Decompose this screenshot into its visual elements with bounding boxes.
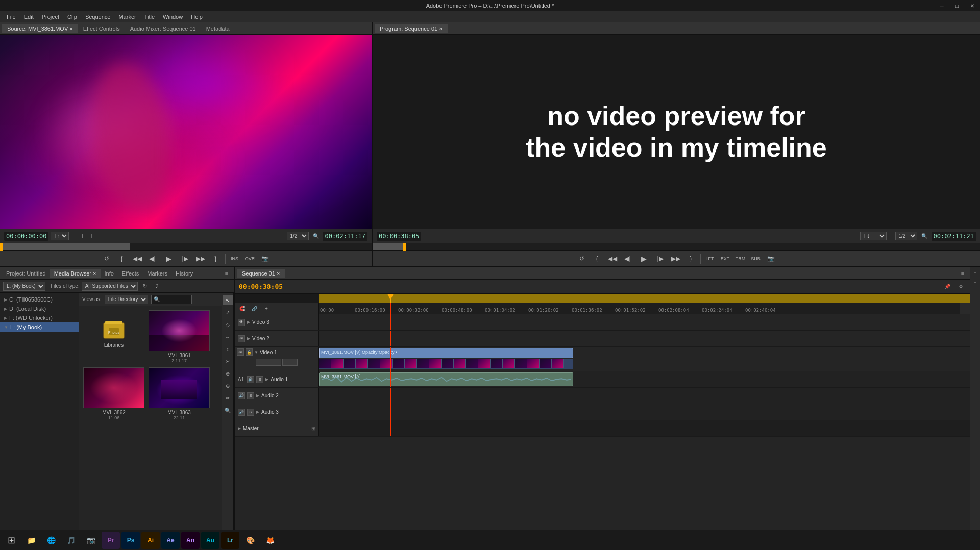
source-zoom[interactable]: 🔍 xyxy=(311,232,321,241)
source-btn-insert[interactable]: INS xyxy=(229,253,241,265)
tl-snap[interactable]: 🧲 xyxy=(237,304,247,313)
track-mute-a1[interactable]: 🔊 xyxy=(247,376,254,383)
track-expand-v3[interactable]: ▶ xyxy=(247,320,250,324)
tl-right-btn-2[interactable]: − xyxy=(971,278,979,286)
taskbar-lr[interactable]: Lr xyxy=(221,532,239,549)
track-content-audio2[interactable] xyxy=(319,388,970,404)
track-content-audio1[interactable]: MVI_3861.MOV [A] xyxy=(319,371,970,387)
file-item-3862[interactable]: MVI_3862 11:06 xyxy=(83,367,144,420)
menu-edit[interactable]: Edit xyxy=(20,13,38,21)
tab-sequence01[interactable]: Sequence 01 × xyxy=(237,269,285,278)
menu-sequence[interactable]: Sequence xyxy=(81,13,115,21)
tool-ripple[interactable]: ◇ xyxy=(223,319,233,330)
source-playhead[interactable] xyxy=(0,243,3,251)
tree-item-d[interactable]: ▶ D: (Local Disk) xyxy=(0,304,79,313)
tab-info[interactable]: Info xyxy=(101,269,118,278)
timeline-ruler[interactable]: 00:00 00:00:16:00 00:00:32:00 00:00:48:0… xyxy=(319,303,960,314)
audio-clip-3861[interactable]: MVI_3861.MOV [A] xyxy=(319,372,573,386)
prog-btn-lift[interactable]: LFT xyxy=(704,253,716,265)
refresh-btn[interactable]: ↻ xyxy=(140,282,150,291)
prog-btn-step-fwd[interactable]: |▶ xyxy=(654,253,667,265)
taskbar-photos[interactable]: 📷 xyxy=(82,532,100,549)
track-content-master[interactable] xyxy=(319,420,970,436)
mb-btn2[interactable]: ⤴ xyxy=(152,282,162,291)
prog-btn-loop[interactable]: ↺ xyxy=(576,253,588,265)
track-expand-v1[interactable]: ▼ xyxy=(254,350,258,355)
tool-rolling[interactable]: ↔ xyxy=(223,332,233,342)
tl-right-btn-1[interactable]: + xyxy=(971,268,979,277)
track-expand-a2[interactable]: ▶ xyxy=(256,393,259,398)
source-btn-overwrite[interactable]: OVR xyxy=(244,253,256,265)
timeline-panel-menu[interactable]: ≡ xyxy=(958,268,968,279)
track-content-video1[interactable]: MVI_3861.MOV [V] Opacity:Opacity • xyxy=(319,347,970,371)
taskbar-firefox[interactable]: 🦊 xyxy=(261,532,279,549)
file-item-libraries[interactable]: Photos Libraries xyxy=(83,310,144,363)
program-resolution[interactable]: 1/2 Full xyxy=(895,232,917,240)
tab-program[interactable]: Program: Sequence 01 × xyxy=(375,24,448,33)
taskbar-ai[interactable]: Ai xyxy=(141,532,160,549)
taskbar-paint[interactable]: 🎨 xyxy=(241,532,259,549)
minimize-button[interactable]: ─ xyxy=(934,0,949,11)
track-content-audio3[interactable] xyxy=(319,404,970,420)
source-btn-next[interactable]: ▶▶ xyxy=(194,253,207,265)
taskbar-ie[interactable]: 🌐 xyxy=(42,532,60,549)
close-button[interactable]: ✕ xyxy=(965,0,980,11)
taskbar-ps[interactable]: Ps xyxy=(121,532,140,549)
prog-btn-sub[interactable]: SUB xyxy=(750,253,762,265)
track-content-video3[interactable] xyxy=(319,314,970,330)
prog-btn-extract[interactable]: EXT xyxy=(719,253,731,265)
tool-rate-stretch[interactable]: ↕ xyxy=(223,344,233,354)
source-btn-out[interactable]: } xyxy=(210,253,222,265)
track-sub-btn-v1[interactable] xyxy=(256,359,281,366)
timeline-timecode[interactable]: 00:00:38:05 xyxy=(239,283,283,290)
track-solo-a1[interactable]: S xyxy=(256,376,263,383)
tool-zoom-tl[interactable]: 🔍 xyxy=(223,405,233,415)
source-btn-loop[interactable]: ↺ xyxy=(101,253,113,265)
tool-razor[interactable]: ✂ xyxy=(223,356,233,366)
tab-project[interactable]: Project: Untitled xyxy=(2,269,50,278)
track-expand-master[interactable]: ▶ xyxy=(238,426,241,431)
left-panel-menu[interactable]: ≡ xyxy=(222,268,232,279)
prog-btn-prev[interactable]: ◀◀ xyxy=(606,253,619,265)
tab-history[interactable]: History xyxy=(172,269,197,278)
view-select[interactable]: File Directory List xyxy=(105,295,148,304)
taskbar-media-player[interactable]: 🎵 xyxy=(62,532,80,549)
menu-project[interactable]: Project xyxy=(38,13,63,21)
tab-effect-controls[interactable]: Effect Controls xyxy=(78,24,125,33)
program-timecode-bar[interactable] xyxy=(373,243,980,250)
source-timecode-bar[interactable] xyxy=(0,243,372,250)
tab-markers[interactable]: Markers xyxy=(143,269,172,278)
program-timecode[interactable]: 00:00:38:05 xyxy=(377,232,421,241)
source-btn-step-back[interactable]: ◀| xyxy=(146,253,159,265)
tree-item-f[interactable]: ▶ F: (WD Unlocker) xyxy=(0,313,79,322)
source-out-point[interactable]: ⊢ xyxy=(88,232,98,241)
tree-item-l[interactable]: ▼ L: (My Book) xyxy=(0,322,79,332)
taskbar-ae[interactable]: Ae xyxy=(161,532,180,549)
source-btn-play[interactable]: ▶ xyxy=(162,252,176,266)
tab-effects[interactable]: Effects xyxy=(118,269,143,278)
source-quality[interactable]: 1/2 Full xyxy=(287,232,309,240)
track-eye-v1[interactable]: 👁 xyxy=(237,348,244,356)
prog-btn-play[interactable]: ▶ xyxy=(637,252,651,266)
prog-btn-next[interactable]: ▶▶ xyxy=(670,253,682,265)
tab-metadata[interactable]: Metadata xyxy=(201,24,235,33)
track-expand-a1[interactable]: ▶ xyxy=(265,377,268,382)
menu-marker[interactable]: Marker xyxy=(114,13,140,21)
playhead-bar[interactable] xyxy=(235,294,970,303)
tl-add-track[interactable]: + xyxy=(261,304,272,313)
taskbar-explorer[interactable]: 📁 xyxy=(22,532,40,549)
source-in-point[interactable]: ⊣ xyxy=(76,232,86,241)
program-panel-menu[interactable]: ≡ xyxy=(968,23,978,34)
menu-help[interactable]: Help xyxy=(187,13,207,21)
source-timecode[interactable]: 00:00:00:00 xyxy=(4,232,48,241)
track-eye-v3[interactable]: 👁 xyxy=(238,319,245,326)
track-mute-a2[interactable]: 🔊 xyxy=(238,392,245,399)
track-eye-v2[interactable]: 👁 xyxy=(238,335,245,342)
track-mute-a3[interactable]: 🔊 xyxy=(238,409,245,416)
taskbar-an[interactable]: An xyxy=(181,532,200,549)
program-quality[interactable]: Fit 100% xyxy=(860,232,887,240)
track-solo-a3[interactable]: S xyxy=(247,409,254,416)
track-keyframe-v1[interactable] xyxy=(282,359,298,366)
tl-settings[interactable]: ⚙ xyxy=(955,282,966,291)
taskbar-au[interactable]: Au xyxy=(201,532,219,549)
